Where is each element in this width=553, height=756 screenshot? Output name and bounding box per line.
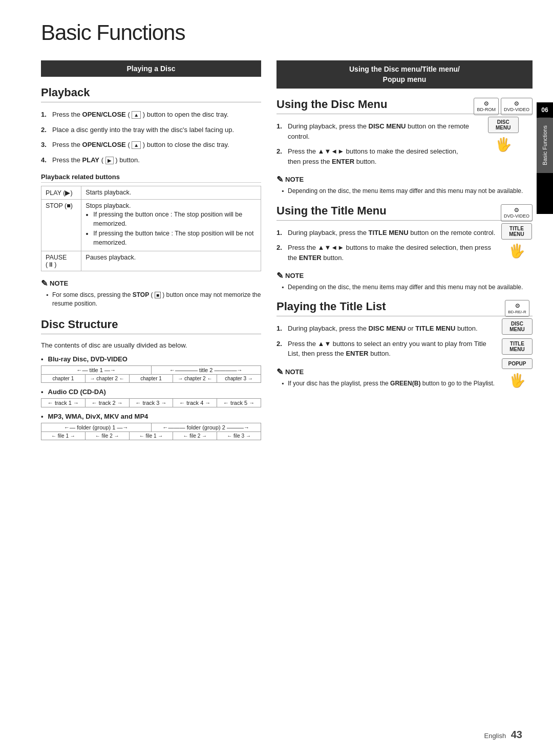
title-list-section: ⊙BD-RE/-R DISC MENU TITLE MENU POPUP 🖐 P… bbox=[276, 300, 533, 388]
disc-menu-note: ✎ NOTE Depending on the disc, the menu i… bbox=[276, 175, 533, 196]
ch1: chapter 1 bbox=[41, 375, 86, 382]
ch2: → chapter 2 ← bbox=[86, 375, 130, 382]
playback-step-2: 2. Place a disc gently into the tray wit… bbox=[41, 125, 261, 135]
f2: ← file 2 → bbox=[86, 432, 130, 440]
title-menu-note: ✎ NOTE Depending on the disc, the menu i… bbox=[276, 271, 533, 292]
popup-button: POPUP bbox=[502, 358, 533, 369]
pencil-icon-4: ✎ bbox=[276, 367, 283, 377]
table-row-stop: STOP (■) Stops playback. If pressing the… bbox=[41, 200, 261, 251]
footer: English 43 bbox=[484, 729, 522, 741]
bd-rom-icon: ⊙BD-ROM bbox=[474, 98, 499, 115]
title-list-icon-row: ⊙BD-RE/-R bbox=[505, 300, 529, 317]
bullet-dot-3 bbox=[41, 413, 46, 420]
step-num-4: 4. bbox=[41, 155, 49, 165]
stop-button-cell: STOP (■) bbox=[41, 200, 81, 251]
audiocd-label-text: Audio CD (CD-DA) bbox=[48, 388, 106, 396]
note-list-1: For some discs, pressing the STOP ( ■ ) … bbox=[41, 291, 261, 309]
f3: ← file 1 → bbox=[130, 432, 174, 440]
footer-page-number: 43 bbox=[511, 729, 522, 740]
title-icon-row: ⊙DVD-VIDEO bbox=[501, 204, 533, 222]
disc-structure-intro: The contents of disc are usually divided… bbox=[41, 341, 261, 349]
mp3-diagram: ←— folder (group) 1 —→ ←——— folder (grou… bbox=[41, 423, 261, 440]
step-1-text: Press the OPEN/CLOSE ( ▲ ) button to ope… bbox=[52, 110, 228, 120]
dvd-video-icon-2: ⊙DVD-VIDEO bbox=[501, 204, 533, 222]
ch4: → chapter 2 ← bbox=[173, 375, 217, 382]
track1: ← track 1 → bbox=[41, 399, 86, 407]
bluray-chapters-row: chapter 1 → chapter 2 ← chapter 1 → chap… bbox=[41, 375, 261, 382]
pause-button-cell: PAUSE (⏸) bbox=[41, 251, 81, 271]
playback-section-title: Playback bbox=[41, 86, 261, 102]
side-black-bar bbox=[537, 173, 553, 214]
disc-structure-title: Disc Structure bbox=[41, 318, 261, 334]
disc-menu-step-1: 1. During playback, press the DISC MENU … bbox=[276, 121, 470, 141]
disc-menu-step-2-text: Press the ▲▼◄► buttons to make the desir… bbox=[288, 146, 470, 166]
title-list-step-1: 1. During playback, press the DISC MENU … bbox=[276, 323, 498, 334]
note-item-1: For some discs, pressing the STOP ( ■ ) … bbox=[46, 291, 261, 309]
title-menu-step-2-text: Press the ▲▼◄► buttons to make the desir… bbox=[288, 243, 497, 263]
note-title-1: ✎ NOTE bbox=[41, 278, 261, 288]
title-list-note-list: If your disc has the playlist, press the… bbox=[276, 379, 533, 388]
bluray-titles-row: ←— title 1 —→ ←———— title 2 ————→ bbox=[41, 366, 261, 375]
page-title: Basic Functions bbox=[41, 20, 527, 45]
disc-menu-section: ⊙BD-ROM ⊙DVD-VIDEO DISC MENU 🖐 Using the… bbox=[276, 98, 533, 196]
title-menu-note-item: Depending on the disc, the menu items ma… bbox=[282, 283, 533, 292]
title-list-note-title: ✎ NOTE bbox=[276, 367, 498, 377]
step-4-text: Press the PLAY ( ▶ ) button. bbox=[52, 155, 140, 165]
pause-desc-cell: Pauses playback. bbox=[81, 251, 261, 271]
bullet-dot-1 bbox=[41, 355, 46, 363]
title-list-title: Playing the Title List bbox=[276, 300, 533, 316]
note-label-1: NOTE bbox=[50, 279, 68, 287]
pencil-icon: ✎ bbox=[41, 278, 48, 288]
f5: ← file 3 → bbox=[217, 432, 261, 440]
table-row-pause: PAUSE (⏸) Pauses playback. bbox=[41, 251, 261, 271]
right-section-header: Using the Disc menu/Title menu/ Popup me… bbox=[276, 60, 533, 89]
chapter-label: Basic Functions bbox=[539, 118, 550, 173]
audiocd-diagram: ← track 1 → ← track 2 → ← track 3 → ← tr… bbox=[41, 398, 261, 407]
mp3-label-text: MP3, WMA, DivX, MKV and MP4 bbox=[48, 413, 148, 420]
disc-menu-button: DISC MENU bbox=[488, 117, 519, 133]
title-list-steps: 1. During playback, press the DISC MENU … bbox=[276, 323, 533, 359]
title-menu-button: TITLE MENU bbox=[501, 223, 532, 240]
folder-row: ←— folder (group) 1 —→ ←——— folder (grou… bbox=[41, 423, 261, 432]
track3: ← track 3 → bbox=[130, 399, 174, 407]
mp3-rows: ←— folder (group) 1 —→ ←——— folder (grou… bbox=[41, 423, 261, 440]
title-list-note: ✎ NOTE If your disc has the playlist, pr… bbox=[276, 367, 533, 388]
stop-note-2: If pressing the button twice : The stop … bbox=[93, 229, 257, 247]
title-menu-title: Using the Title Menu bbox=[276, 204, 533, 221]
hand-icon-1: 🖐 bbox=[495, 137, 512, 153]
title-menu-section: ⊙DVD-VIDEO TITLE MENU 🖐 Using the Title … bbox=[276, 204, 533, 292]
title-menu-button-2: TITLE MENU bbox=[502, 338, 533, 355]
bluray-label-text: Blu-ray Disc, DVD-VIDEO bbox=[48, 355, 127, 363]
stop-note-1: If pressing the button once : The stop p… bbox=[93, 210, 257, 228]
track4: ← track 4 → bbox=[173, 399, 217, 407]
bluray-row1: ←— title 1 —→ ←———— title 2 ————→ chapte… bbox=[41, 365, 261, 383]
disc-menu-step-2: 2. Press the ▲▼◄► buttons to make the de… bbox=[276, 146, 470, 166]
audiocd-label: Audio CD (CD-DA) bbox=[41, 388, 261, 396]
left-column: Playing a Disc Playback 1. Press the OPE… bbox=[41, 60, 261, 444]
dvd-video-icon-1: ⊙DVD-VIDEO bbox=[501, 98, 533, 115]
stop-desc-cell: Stops playback. If pressing the button o… bbox=[81, 200, 261, 251]
playback-steps: 1. Press the OPEN/CLOSE ( ▲ ) button to … bbox=[41, 110, 261, 165]
disc-menu-note-item: Depending on the disc, the menu items ma… bbox=[282, 187, 533, 196]
bd-re-icon: ⊙BD-RE/-R bbox=[505, 300, 529, 317]
step-3-text: Press the OPEN/CLOSE ( ▲ ) button to clo… bbox=[52, 140, 229, 150]
table-row-play: PLAY (▶) Starts playback. bbox=[41, 186, 261, 200]
disc-menu-step-1-text: During playback, press the DISC MENU but… bbox=[288, 121, 470, 141]
f4: ← file 2 → bbox=[173, 432, 217, 440]
playback-step-4: 4. Press the PLAY ( ▶ ) button. bbox=[41, 155, 261, 165]
title-list-note-item: If your disc has the playlist, press the… bbox=[282, 379, 533, 388]
right-header-line2: Popup menu bbox=[383, 75, 427, 83]
title-list-step-2-text: Press the ▲▼ buttons to select an entry … bbox=[288, 339, 498, 359]
title-menu-icons: ⊙DVD-VIDEO TITLE MENU 🖐 bbox=[501, 204, 533, 259]
playback-related-title: Playback related buttons bbox=[41, 173, 261, 183]
f1: ← file 1 → bbox=[41, 432, 86, 440]
playing-a-disc-header: Playing a Disc bbox=[41, 60, 261, 77]
disc-structure-section: Disc Structure The contents of disc are … bbox=[41, 318, 261, 440]
mp3-label: MP3, WMA, DivX, MKV and MP4 bbox=[41, 413, 261, 420]
step-num-3: 3. bbox=[41, 140, 49, 150]
footer-lang: English bbox=[484, 732, 506, 740]
pencil-icon-3: ✎ bbox=[276, 271, 283, 280]
audiocd-tracks-row: ← track 1 → ← track 2 → ← track 3 → ← tr… bbox=[41, 398, 261, 407]
disc-menu-button-2: DISC MENU bbox=[502, 318, 533, 335]
disc-menu-icons: ⊙BD-ROM ⊙DVD-VIDEO DISC MENU 🖐 bbox=[474, 98, 533, 153]
